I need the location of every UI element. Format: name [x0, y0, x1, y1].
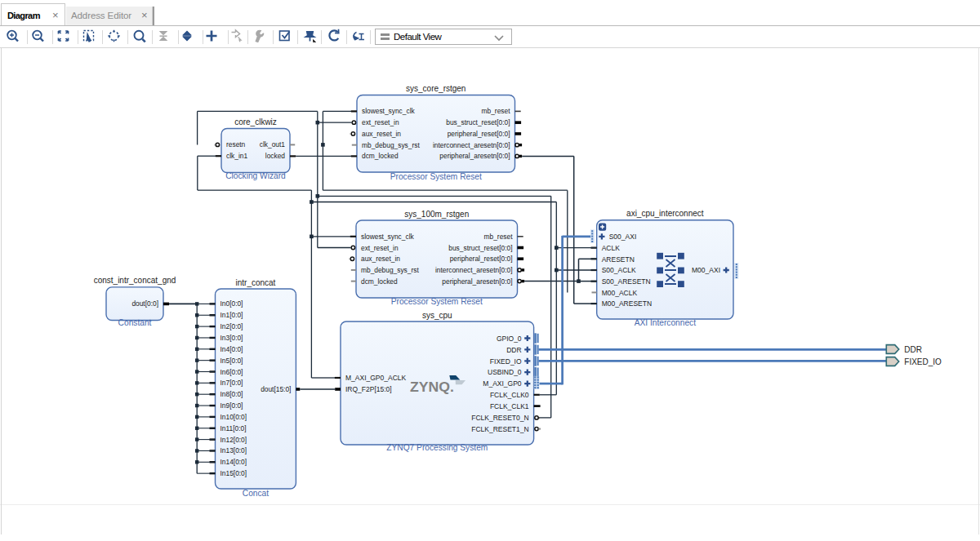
svg-text:USBIND_0: USBIND_0 [488, 368, 522, 376]
svg-text:axi_cpu_interconnect: axi_cpu_interconnect [626, 209, 704, 218]
svg-text:ext_reset_in: ext_reset_in [362, 118, 399, 126]
svg-text:ARESETN: ARESETN [602, 255, 635, 264]
svg-text:In11[0:0]: In11[0:0] [220, 424, 247, 432]
svg-text:M_AXI_GP0_ACLK: M_AXI_GP0_ACLK [345, 374, 407, 382]
svg-text:In9[0:0]: In9[0:0] [220, 401, 243, 410]
svg-text:M00_ARESETN: M00_ARESETN [602, 299, 652, 308]
svg-text:In1[0:0]: In1[0:0] [220, 311, 243, 319]
svg-text:In2[0:0]: In2[0:0] [220, 322, 243, 330]
svg-text:mb_debug_sys_rst: mb_debug_sys_rst [362, 141, 420, 149]
svg-text:ZYNQ7 Processing System: ZYNQ7 Processing System [386, 443, 488, 452]
svg-text:sys_cpu: sys_cpu [422, 311, 452, 320]
svg-text:DDR: DDR [904, 345, 922, 354]
svg-text:FIXED_IO: FIXED_IO [490, 357, 522, 366]
svg-text:bus_struct_reset[0:0]: bus_struct_reset[0:0] [446, 118, 510, 126]
svg-text:aux_reset_in: aux_reset_in [362, 130, 401, 138]
svg-text:interconnect_aresetn[0:0]: interconnect_aresetn[0:0] [435, 266, 513, 274]
svg-text:Constant: Constant [118, 318, 152, 327]
svg-text:AXI Interconnect: AXI Interconnect [635, 318, 696, 327]
svg-text:resetn: resetn [226, 140, 246, 149]
svg-text:peripheral_reset[0:0]: peripheral_reset[0:0] [448, 130, 510, 138]
svg-text:FIXED_IO: FIXED_IO [904, 357, 942, 366]
svg-text:In5[0:0]: In5[0:0] [220, 357, 243, 365]
svg-text:aux_reset_in: aux_reset_in [361, 255, 400, 263]
svg-text:FCLK_CLK0: FCLK_CLK0 [490, 391, 529, 399]
svg-text:dout[0:0]: dout[0:0] [131, 299, 158, 308]
svg-text:clk_out1: clk_out1 [260, 140, 286, 149]
svg-text:sys_100m_rstgen: sys_100m_rstgen [404, 210, 469, 219]
svg-text:In10[0:0]: In10[0:0] [220, 413, 247, 421]
svg-text:DDR: DDR [506, 346, 521, 354]
svg-text:In0[0:0]: In0[0:0] [220, 299, 243, 308]
svg-text:sys_core_rstgen: sys_core_rstgen [406, 84, 466, 93]
svg-text:Concat: Concat [243, 489, 269, 498]
svg-text:FCLK_RESET1_N: FCLK_RESET1_N [471, 425, 528, 433]
svg-text:S00_AXI: S00_AXI [609, 233, 637, 241]
svg-text:In7[0:0]: In7[0:0] [220, 379, 243, 387]
svg-text:IRQ_F2P[15:0]: IRQ_F2P[15:0] [345, 385, 392, 393]
svg-text:bus_struct_reset[0:0]: bus_struct_reset[0:0] [448, 244, 512, 252]
svg-text:peripheral_aresetn[0:0]: peripheral_aresetn[0:0] [439, 152, 510, 160]
svg-text:const_intr_concat_gnd: const_intr_concat_gnd [94, 276, 176, 285]
svg-text:S00_ACLK: S00_ACLK [602, 266, 636, 274]
svg-text:interconnect_aresetn[0:0]: interconnect_aresetn[0:0] [433, 141, 510, 149]
svg-text:FCLK_CLK1: FCLK_CLK1 [490, 402, 529, 410]
svg-text:In6[0:0]: In6[0:0] [220, 368, 243, 376]
svg-text:In14[0:0]: In14[0:0] [220, 458, 247, 466]
svg-text:dcm_locked: dcm_locked [361, 277, 398, 286]
svg-text:Processor System Reset: Processor System Reset [390, 172, 482, 181]
svg-text:ACLK: ACLK [602, 244, 621, 252]
svg-text:Processor System Reset: Processor System Reset [391, 297, 483, 306]
svg-text:mb_debug_sys_rst: mb_debug_sys_rst [361, 266, 419, 274]
svg-text:locked: locked [265, 152, 286, 160]
svg-text:mb_reset: mb_reset [482, 107, 511, 115]
svg-text:clk_in1: clk_in1 [226, 152, 247, 160]
svg-text:GPIO_0: GPIO_0 [497, 335, 522, 343]
svg-text:ZYNQ.: ZYNQ. [410, 379, 454, 395]
svg-text:peripheral_reset[0:0]: peripheral_reset[0:0] [450, 255, 513, 263]
svg-text:In15[0:0]: In15[0:0] [220, 469, 247, 477]
svg-text:dout[15:0]: dout[15:0] [261, 385, 291, 393]
svg-text:In8[0:0]: In8[0:0] [220, 390, 243, 398]
svg-text:peripheral_aresetn[0:0]: peripheral_aresetn[0:0] [442, 277, 512, 286]
svg-text:M_AXI_GP0: M_AXI_GP0 [483, 379, 522, 388]
svg-text:FCLK_RESET0_N: FCLK_RESET0_N [471, 414, 528, 422]
svg-text:Clocking Wizard: Clocking Wizard [225, 171, 286, 180]
svg-text:In3[0:0]: In3[0:0] [220, 334, 243, 342]
svg-text:mb_reset: mb_reset [484, 233, 514, 241]
svg-text:intr_concat: intr_concat [235, 278, 275, 287]
svg-text:core_clkwiz: core_clkwiz [234, 118, 277, 126]
svg-text:dcm_locked: dcm_locked [362, 152, 399, 160]
svg-text:In12[0:0]: In12[0:0] [220, 436, 247, 444]
svg-text:S00_ARESETN: S00_ARESETN [602, 277, 651, 286]
svg-text:slowest_sync_clk: slowest_sync_clk [361, 233, 415, 241]
svg-text:In4[0:0]: In4[0:0] [220, 345, 243, 353]
svg-text:M00_ACLK: M00_ACLK [602, 289, 638, 297]
svg-text:ext_reset_in: ext_reset_in [361, 244, 399, 252]
svg-text:M00_AXI: M00_AXI [692, 266, 720, 274]
svg-text:slowest_sync_clk: slowest_sync_clk [362, 107, 416, 115]
svg-text:In13[0:0]: In13[0:0] [220, 446, 247, 455]
